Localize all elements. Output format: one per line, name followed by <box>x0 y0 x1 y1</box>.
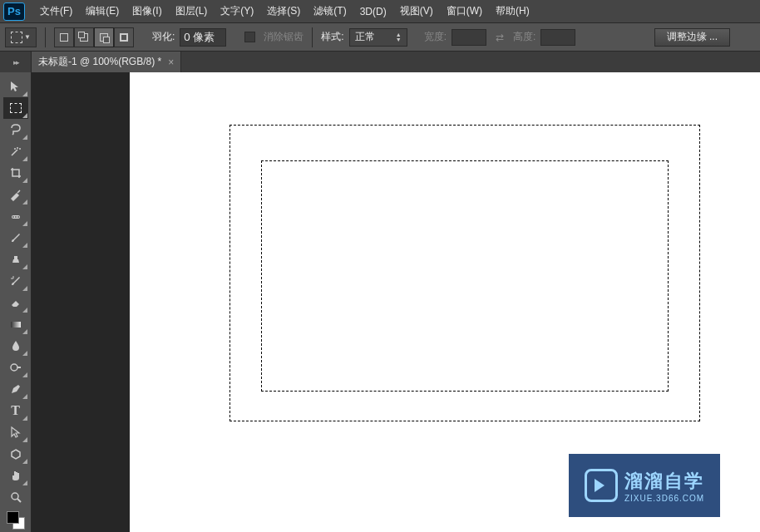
marquee-icon <box>10 103 22 113</box>
svg-point-2 <box>15 216 17 218</box>
document-tab-bar: 未标题-1 @ 100%(RGB/8) * × <box>32 52 760 72</box>
pen-tool[interactable] <box>3 378 28 400</box>
svg-point-7 <box>12 493 18 500</box>
watermark-play-icon <box>585 469 618 502</box>
type-tool[interactable]: T <box>3 400 28 421</box>
svg-point-3 <box>17 216 19 218</box>
foreground-color-swatch[interactable] <box>7 511 19 524</box>
watermark-url: ZIXUE.3D66.COM <box>624 494 704 503</box>
watermark-title: 溜溜自学 <box>624 469 704 494</box>
marquee-icon <box>11 32 22 43</box>
workspace: 溜溜自学 ZIXUE.3D66.COM <box>32 72 760 532</box>
style-select[interactable]: 正常 ▲▼ <box>349 28 407 47</box>
zoom-tool[interactable] <box>3 486 28 508</box>
style-value: 正常 <box>355 30 375 44</box>
watermark: 溜溜自学 ZIXUE.3D66.COM <box>569 454 720 517</box>
antialias-checkbox <box>244 32 255 42</box>
menu-window[interactable]: 窗口(W) <box>440 0 489 23</box>
app-logo: Ps <box>3 2 25 21</box>
crop-tool[interactable] <box>3 162 28 184</box>
close-tab-button[interactable]: × <box>168 57 174 68</box>
eraser-tool[interactable] <box>3 292 28 313</box>
menu-view[interactable]: 视图(V) <box>393 0 440 23</box>
select-arrows-icon: ▲▼ <box>396 32 402 42</box>
toolbox: T <box>0 72 32 532</box>
svg-rect-4 <box>11 322 21 328</box>
history-brush-tool[interactable] <box>3 270 28 292</box>
swap-dimensions-icon: ⇄ <box>491 29 508 46</box>
antialias-label: 消除锯齿 <box>264 30 304 44</box>
magic-wand-tool[interactable] <box>3 140 28 162</box>
menu-select[interactable]: 选择(S) <box>260 0 307 23</box>
selection-intersect-button[interactable] <box>114 27 134 47</box>
height-label: 高度: <box>513 30 535 44</box>
svg-point-1 <box>12 216 14 218</box>
hand-tool[interactable] <box>3 465 28 486</box>
current-tool-preset[interactable]: ▼ <box>5 27 37 47</box>
clone-stamp-tool[interactable] <box>3 249 28 270</box>
feather-input[interactable] <box>180 28 226 47</box>
menu-edit[interactable]: 编辑(E) <box>79 0 126 23</box>
width-label: 宽度: <box>424 30 447 44</box>
svg-marker-6 <box>12 450 20 459</box>
svg-point-5 <box>11 364 17 371</box>
menu-layer[interactable]: 图层(L) <box>169 0 215 23</box>
selection-new-button[interactable] <box>54 27 74 47</box>
feather-label: 羽化: <box>152 30 175 44</box>
selection-add-button[interactable] <box>74 27 94 47</box>
lasso-tool[interactable] <box>3 119 28 140</box>
menu-filter[interactable]: 滤镜(T) <box>307 0 353 23</box>
document-tab-title: 未标题-1 @ 100%(RGB/8) * <box>38 55 161 69</box>
dodge-tool[interactable] <box>3 357 28 378</box>
selection-inner <box>261 160 669 392</box>
menu-file[interactable]: 文件(F) <box>33 0 79 23</box>
document-tab[interactable]: 未标题-1 @ 100%(RGB/8) * × <box>32 52 181 72</box>
brush-tool[interactable] <box>3 227 28 249</box>
style-label: 样式: <box>321 30 343 44</box>
eyedropper-tool[interactable] <box>3 184 28 205</box>
shape-tool[interactable] <box>3 443 28 465</box>
selection-mode-group <box>54 27 134 47</box>
height-input <box>540 29 575 46</box>
menu-bar: Ps 文件(F) 编辑(E) 图像(I) 图层(L) 文字(Y) 选择(S) 滤… <box>0 0 760 23</box>
options-bar: ▼ 羽化: 消除锯齿 样式: 正常 ▲▼ 宽度: ⇄ 高度: 调整边缘 ... <box>0 23 760 52</box>
menu-image[interactable]: 图像(I) <box>126 0 168 23</box>
menu-3d[interactable]: 3D(D) <box>353 0 393 23</box>
color-swatches[interactable] <box>5 510 27 531</box>
width-input <box>452 29 486 46</box>
divider <box>45 27 46 47</box>
panel-collapse-strip[interactable]: ▸▸ <box>0 52 32 72</box>
divider <box>312 27 313 47</box>
refine-edge-button[interactable]: 调整边缘 ... <box>654 28 730 47</box>
menu-type[interactable]: 文字(Y) <box>214 0 260 23</box>
menu-help[interactable]: 帮助(H) <box>489 0 536 23</box>
path-selection-tool[interactable] <box>3 421 28 443</box>
selection-subtract-button[interactable] <box>94 27 114 47</box>
chevron-down-icon: ▼ <box>24 33 31 41</box>
blur-tool[interactable] <box>3 335 28 357</box>
gradient-tool[interactable] <box>3 313 28 335</box>
marquee-tool[interactable] <box>3 97 28 119</box>
collapse-handle-icon: ▸▸ <box>13 58 18 66</box>
move-tool[interactable] <box>3 76 28 97</box>
healing-brush-tool[interactable] <box>3 205 28 227</box>
